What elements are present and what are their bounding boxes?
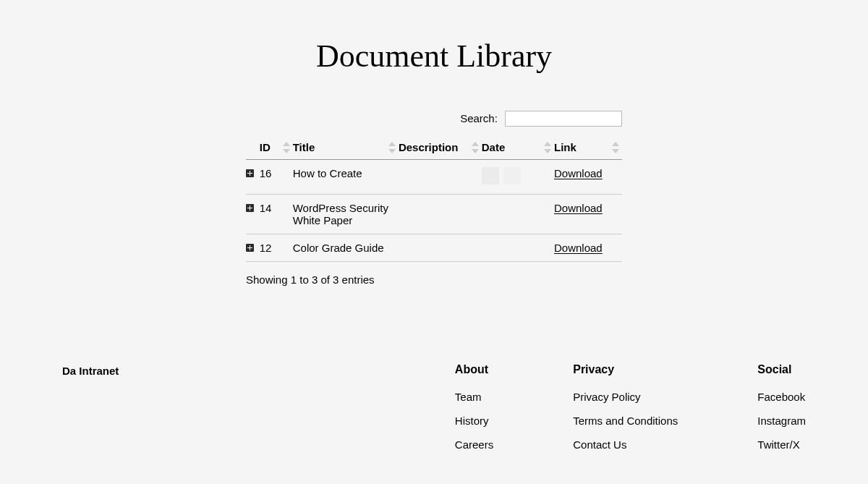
column-header-title-label: Title xyxy=(293,141,315,153)
search-input[interactable] xyxy=(505,111,622,127)
cell-date xyxy=(482,195,554,234)
footer-col-about: About Team History Careers xyxy=(455,363,493,462)
footer-link-careers[interactable]: Careers xyxy=(455,438,493,451)
date-thumbnail xyxy=(482,167,499,184)
sort-icon xyxy=(544,142,551,153)
footer-heading: About xyxy=(455,363,493,376)
cell-description xyxy=(399,195,482,234)
cell-id: 16 xyxy=(260,160,293,195)
sort-icon xyxy=(612,142,619,153)
expand-icon[interactable] xyxy=(246,244,254,252)
column-header-expand xyxy=(246,135,260,160)
column-header-date[interactable]: Date xyxy=(482,135,554,160)
column-header-id[interactable]: ID xyxy=(260,135,293,160)
footer-link-contact[interactable]: Contact Us xyxy=(573,438,678,451)
search-row: Search: xyxy=(246,111,622,127)
sort-icon xyxy=(472,142,479,153)
footer-columns: About Team History Careers Privacy Priva… xyxy=(455,363,806,462)
cell-title: How to Create xyxy=(293,160,399,195)
page-title: Document Library xyxy=(0,0,868,111)
cell-id: 14 xyxy=(260,195,293,234)
documents-table: ID Title Description Date Link xyxy=(246,135,622,262)
column-header-description[interactable]: Description xyxy=(399,135,482,160)
column-header-title[interactable]: Title xyxy=(293,135,399,160)
cell-link: Download xyxy=(554,234,622,262)
column-header-description-label: Description xyxy=(399,141,459,153)
download-link[interactable]: Download xyxy=(554,202,603,214)
footer-link-terms[interactable]: Terms and Conditions xyxy=(573,415,678,427)
footer-link-history[interactable]: History xyxy=(455,415,493,427)
sort-icon xyxy=(283,142,290,153)
cell-link: Download xyxy=(554,195,622,234)
download-link[interactable]: Download xyxy=(554,167,603,179)
entries-info: Showing 1 to 3 of 3 entries xyxy=(246,273,622,286)
footer-link-team[interactable]: Team xyxy=(455,391,493,403)
date-thumbnail xyxy=(503,167,521,184)
cell-description xyxy=(399,234,482,262)
footer-heading: Privacy xyxy=(573,363,678,376)
table-row: 12 Color Grade Guide Download xyxy=(246,234,622,262)
cell-title: Color Grade Guide xyxy=(293,234,399,262)
cell-date xyxy=(482,234,554,262)
column-header-id-label: ID xyxy=(260,141,271,153)
table-row: 16 How to Create Download xyxy=(246,160,622,195)
column-header-date-label: Date xyxy=(482,141,506,153)
footer-link-facebook[interactable]: Facebook xyxy=(757,391,806,403)
cell-date xyxy=(482,160,554,195)
expand-icon[interactable] xyxy=(246,169,254,177)
cell-title: WordPress Security White Paper xyxy=(293,195,399,234)
footer-link-twitter[interactable]: Twitter/X xyxy=(757,438,806,451)
footer-col-privacy: Privacy Privacy Policy Terms and Conditi… xyxy=(573,363,678,462)
cell-description xyxy=(399,160,482,195)
cell-link: Download xyxy=(554,160,622,195)
download-link[interactable]: Download xyxy=(554,242,603,254)
cell-id: 12 xyxy=(260,234,293,262)
footer-col-social: Social Facebook Instagram Twitter/X xyxy=(757,363,806,462)
footer-link-instagram[interactable]: Instagram xyxy=(757,415,806,427)
footer-brand: Da Intranet xyxy=(62,363,119,462)
expand-icon[interactable] xyxy=(246,204,254,212)
search-label: Search: xyxy=(460,112,498,124)
column-header-link-label: Link xyxy=(554,141,576,153)
document-table-container: Search: ID Title Description Da xyxy=(246,111,622,286)
footer-heading: Social xyxy=(757,363,806,376)
sort-icon xyxy=(388,142,396,153)
footer-link-privacy-policy[interactable]: Privacy Policy xyxy=(573,391,678,403)
column-header-link[interactable]: Link xyxy=(554,135,622,160)
table-row: 14 WordPress Security White Paper Downlo… xyxy=(246,195,622,234)
footer: Da Intranet About Team History Careers P… xyxy=(0,363,868,484)
